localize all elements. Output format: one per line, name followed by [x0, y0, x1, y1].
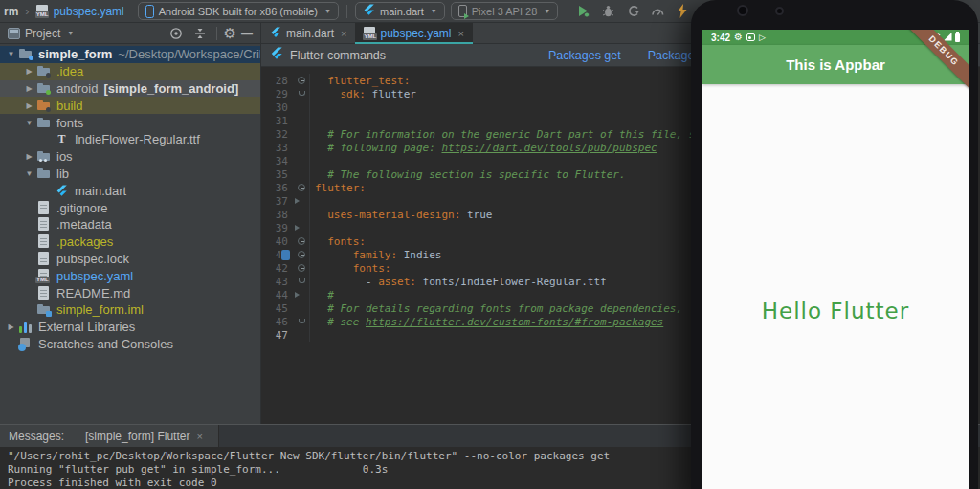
code-text: fonts: [310, 262, 390, 275]
line-number: 44 [261, 289, 294, 301]
folder-build-icon [36, 99, 52, 113]
tree-item-.metadata[interactable]: .metadata [0, 216, 260, 233]
fold-arrow-icon[interactable] [295, 225, 300, 231]
debug-button[interactable] [598, 2, 617, 21]
code-text: fonts: [310, 235, 366, 248]
folder-icon [36, 167, 52, 181]
fold-end-icon [299, 278, 305, 283]
code-text: sdk: flutter [310, 88, 416, 100]
line-number: 30 [261, 101, 294, 114]
tab-main-dart[interactable]: main.dart × [261, 23, 355, 44]
tree-item-android[interactable]: ▶android [simple_form_android] [0, 80, 260, 98]
tree-item-build[interactable]: ▶build [0, 97, 260, 114]
tree-item-IndieFlower-Regular.ttf[interactable]: TIndieFlower-Regular.ttf [0, 131, 260, 148]
tree-item-.idea[interactable]: ▶.idea [0, 63, 260, 80]
attach-debugger-button[interactable] [623, 2, 642, 21]
chevron-right-icon[interactable]: ▶ [22, 152, 36, 161]
tree-item-label: ios [56, 149, 73, 164]
collapse-all-button[interactable] [190, 24, 210, 43]
project-dropdown[interactable]: Project [25, 27, 60, 40]
gutter [294, 301, 310, 315]
breadcrumb-project[interactable]: rm [4, 5, 18, 18]
module-file-icon [36, 302, 52, 317]
chevron-down-icon: ▼ [324, 8, 331, 14]
bookmark-icon [281, 250, 290, 260]
line-number: 33 [261, 142, 294, 154]
line-number: 40 [261, 235, 294, 248]
chevron-right-icon[interactable]: ▶ [22, 101, 36, 110]
line-number: 31 [261, 115, 294, 127]
fold-collapse-icon[interactable] [298, 184, 305, 191]
gutter [294, 248, 310, 261]
fold-collapse-icon[interactable] [298, 77, 305, 84]
tree-item-label: android [56, 81, 98, 96]
tree-item-fonts[interactable]: ▼fonts [0, 114, 260, 131]
packages-get-link[interactable]: Packages get [548, 49, 621, 62]
tree-item-.packages[interactable]: .packages [0, 233, 260, 251]
settings-gear-icon[interactable]: ⚙ [224, 26, 236, 40]
phone-screen[interactable]: 3:42 ⚙ ▷ This is Appbar Hello Flutter DE… [702, 30, 969, 489]
tree-item-label: .idea [56, 64, 83, 78]
banner-title: Flutter commands [290, 49, 386, 62]
fold-arrow-icon[interactable] [295, 198, 300, 204]
run-config-dropdown[interactable]: main.dart ▼ [355, 2, 445, 20]
avd-selector-dropdown[interactable]: Pixel 3 API 28 ▼ [451, 2, 558, 20]
dart-file-icon [55, 184, 70, 198]
chevron-right-icon[interactable]: ▶ [22, 84, 36, 93]
gutter [294, 315, 310, 328]
tree-item-ExternalLibraries[interactable]: ▶External Libraries [0, 319, 260, 336]
fold-collapse-icon[interactable] [298, 237, 305, 245]
breadcrumb-file[interactable]: pubspec.yaml [54, 5, 124, 18]
tree-item-label: pubspec.lock [56, 252, 129, 266]
tree-item-.gitignore[interactable]: .gitignore [0, 199, 260, 216]
gutter [294, 194, 310, 208]
code-text: - asset: fonts/IndieFlower-Regular.ttf [310, 276, 607, 288]
chevron-right-icon[interactable]: ▶ [22, 67, 36, 76]
tree-item-ScratchesandConsoles[interactable]: Scratches and Consoles [0, 336, 260, 353]
line-number: 29 [261, 88, 294, 100]
tree-item-main.dart[interactable]: main.dart [0, 182, 260, 199]
code-text: - family: Indies [310, 249, 441, 261]
locate-file-button[interactable] [167, 24, 186, 43]
chevron-down-icon[interactable]: ▼ [22, 119, 36, 127]
gutter [294, 87, 310, 100]
chevron-right-icon[interactable]: ▶ [4, 322, 18, 331]
tree-item-simple_form[interactable]: ▼simple_form ~/Desktop/Workspace/Crib [0, 46, 260, 63]
close-tab-icon[interactable]: × [341, 28, 346, 39]
flutter-logo-icon [363, 4, 375, 18]
tree-item-pubspec.lock[interactable]: pubspec.lock [0, 251, 260, 268]
folder-project-icon [18, 47, 33, 61]
chevron-down-icon[interactable]: ▼ [4, 50, 18, 58]
messages-label: Messages: [9, 430, 64, 443]
device-selector-dropdown[interactable]: Android SDK built for x86 (mobile) ▼ [138, 2, 339, 20]
gutter [294, 127, 310, 141]
fold-arrow-icon[interactable] [295, 292, 300, 298]
tree-item-simple_form.iml[interactable]: simple_form.iml [0, 301, 260, 319]
line-number: 28 [261, 75, 294, 87]
project-tree[interactable]: ▼simple_form ~/Desktop/Workspace/Crib▶.i… [0, 44, 261, 424]
code-text: # For information on the generic Dart pa… [310, 128, 733, 141]
code-text: # see https://flutter.dev/custom-fonts/#… [310, 316, 663, 328]
folder-ios-icon [36, 149, 52, 164]
virtual-device-icon [458, 5, 467, 17]
fold-collapse-icon[interactable] [298, 264, 305, 272]
fold-end-icon [299, 91, 305, 96]
flutter-console-tab[interactable]: [simple_form] Flutter × [78, 425, 211, 447]
chevron-down-icon[interactable]: ▼ [22, 169, 36, 178]
app-bar: This is Appbar [702, 45, 969, 84]
tree-item-lib[interactable]: ▼lib [0, 166, 260, 183]
close-tab-icon[interactable]: × [458, 28, 464, 39]
hide-panel-button[interactable]: — [241, 27, 253, 40]
profiler-button[interactable] [648, 2, 667, 21]
run-button[interactable] [573, 2, 592, 21]
toolbar-divider [216, 27, 217, 40]
tab-pubspec-yaml[interactable]: YML pubspec.yaml × [355, 23, 472, 44]
tree-item-ios[interactable]: ▶ios [0, 148, 260, 166]
close-tab-icon[interactable]: × [196, 431, 202, 442]
tree-item-README.md[interactable]: README.md [0, 284, 260, 301]
tree-item-pubspec.yaml[interactable]: YMLpubspec.yaml [0, 267, 260, 284]
tree-item-label: build [56, 99, 82, 113]
fold-collapse-icon[interactable] [298, 251, 305, 258]
folder-icon [36, 116, 52, 130]
gutter [294, 328, 310, 342]
